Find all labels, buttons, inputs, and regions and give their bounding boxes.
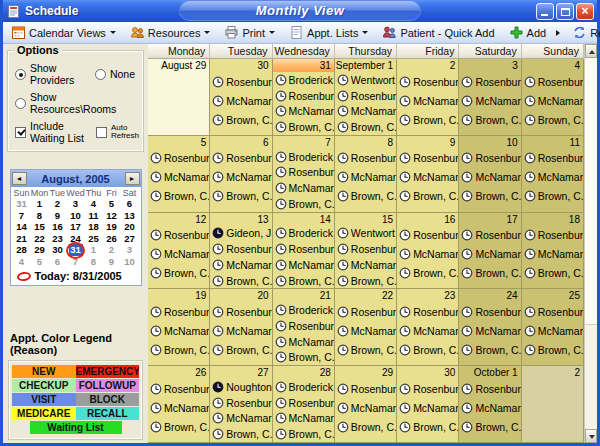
appointment[interactable]: Wentwort... [337, 72, 396, 88]
appointment[interactable]: McNamar... [150, 245, 209, 264]
appointment[interactable]: McNamar... [337, 321, 396, 340]
mini-calendar-day[interactable]: 5 [103, 198, 121, 210]
appointment[interactable]: Wentwort... [337, 226, 396, 242]
auto-refresh-checkbox[interactable] [96, 127, 107, 138]
mini-calendar-day[interactable]: 3 [121, 244, 139, 256]
day-cell[interactable]: 20 [210, 289, 272, 366]
appointment[interactable]: Brown, C... [461, 264, 520, 283]
mini-calendar-day[interactable]: 20 [121, 221, 139, 233]
appointment[interactable]: McNamar... [212, 321, 271, 340]
appointment[interactable]: Broderick,... [275, 149, 334, 165]
appointment[interactable]: McNamar... [212, 257, 271, 273]
include-waiting-list-checkbox[interactable] [15, 127, 26, 138]
appointment[interactable]: Brown, C... [150, 187, 209, 206]
appointment[interactable]: McNamar... [150, 398, 209, 417]
appointment[interactable]: Brown, C... [337, 119, 396, 135]
appointment[interactable]: McNamar... [275, 180, 334, 196]
today-line[interactable]: Today: 8/31/2005 [11, 267, 141, 285]
appointment[interactable]: McNamar... [275, 334, 334, 350]
appointment[interactable]: McNamar... [150, 321, 209, 340]
day-cell[interactable]: 13 [210, 213, 272, 290]
appointment[interactable]: Brown, C... [524, 187, 583, 206]
day-cell[interactable]: 29 [335, 366, 397, 443]
mini-calendar-day[interactable]: 16 [49, 221, 67, 233]
appointment[interactable]: Rosenbur... [524, 302, 583, 321]
appointment[interactable]: McNamar... [524, 321, 583, 340]
appointment[interactable]: Brown, C... [524, 110, 583, 129]
mini-calendar-day[interactable]: 22 [31, 233, 49, 245]
appointment[interactable]: Brown, C... [399, 417, 458, 436]
mini-calendar-day[interactable]: 30 [49, 244, 67, 256]
appointment[interactable]: Rosenbur... [524, 226, 583, 245]
mini-calendar-day[interactable]: 5 [31, 256, 49, 268]
appointment[interactable]: Broderick,... [275, 72, 334, 88]
appointment[interactable]: Rosenbur... [524, 149, 583, 168]
appointment[interactable]: McNamar... [275, 257, 334, 273]
mini-calendar-day[interactable]: 2 [103, 244, 121, 256]
appointment[interactable]: Brown, C... [461, 340, 520, 359]
appointment[interactable]: Brown, C... [337, 187, 396, 206]
day-cell[interactable]: 26 [148, 366, 210, 443]
appointment[interactable]: McNamar... [275, 103, 334, 119]
day-cell[interactable]: 14 [273, 213, 335, 290]
appointment[interactable]: Brown, C... [150, 417, 209, 436]
appointment[interactable]: McNamar... [399, 168, 458, 187]
day-cell[interactable]: 5 [148, 136, 210, 213]
appointment[interactable]: Rosenbur... [399, 72, 458, 91]
appointment[interactable]: Brown, C... [461, 110, 520, 129]
appointment[interactable]: Rosenbur... [150, 302, 209, 321]
day-cell[interactable]: 10 [459, 136, 521, 213]
mini-calendar-day[interactable]: 28 [13, 244, 31, 256]
appointment[interactable]: McNamar... [337, 103, 396, 119]
scrollbar-track[interactable] [585, 58, 597, 429]
mini-calendar-day[interactable]: 6 [121, 198, 139, 210]
appointment[interactable]: Rosenbur... [461, 72, 520, 91]
day-cell[interactable]: October 1 [459, 366, 521, 443]
day-cell[interactable]: 9 [397, 136, 459, 213]
appointment[interactable]: McNamar... [461, 91, 520, 110]
mini-calendar-day[interactable]: 8 [85, 256, 103, 268]
appointment[interactable]: Brown, C... [399, 110, 458, 129]
mini-calendar-day[interactable]: 3 [67, 198, 85, 210]
minimize-button[interactable] [536, 3, 554, 20]
appointment[interactable]: Brown, C... [212, 273, 271, 289]
appointment[interactable]: Brown, C... [461, 417, 520, 436]
scrollbar-thumb[interactable] [585, 58, 597, 325]
appointment[interactable]: Rosenbur... [212, 395, 271, 411]
appointment[interactable]: Gideon, J... [212, 226, 271, 242]
appointment[interactable]: Rosenbur... [150, 379, 209, 398]
appointment[interactable]: McNamar... [212, 411, 271, 427]
appointment[interactable]: Rosenbur... [399, 149, 458, 168]
appointment[interactable]: McNamar... [461, 168, 520, 187]
day-cell[interactable]: 21 [273, 289, 335, 366]
mini-calendar-day[interactable]: 17 [67, 221, 85, 233]
appointment[interactable]: McNamar... [461, 245, 520, 264]
day-cell[interactable]: 17 [459, 213, 521, 290]
appointment[interactable]: McNamar... [275, 411, 334, 427]
mini-calendar-day[interactable]: 19 [103, 221, 121, 233]
appointment[interactable]: Brown, C... [337, 340, 396, 359]
appointment[interactable]: McNamar... [337, 168, 396, 187]
day-cell[interactable]: 25 [522, 289, 584, 366]
maximize-button[interactable] [556, 3, 574, 20]
day-cell[interactable]: 8 [335, 136, 397, 213]
mini-calendar-day[interactable]: 8 [31, 210, 49, 222]
appointment[interactable]: Brown, C... [524, 340, 583, 359]
day-cell[interactable]: 7 [273, 136, 335, 213]
mini-calendar-day[interactable]: 23 [49, 233, 67, 245]
mini-calendar-day[interactable]: 1 [85, 244, 103, 256]
mini-calendar-day[interactable]: 11 [85, 210, 103, 222]
day-cell[interactable]: 23 [397, 289, 459, 366]
appointment[interactable]: Brown, C... [399, 187, 458, 206]
appointment[interactable]: Brown, C... [275, 273, 334, 289]
appointment[interactable]: Rosenbur... [212, 302, 271, 321]
patient-quick-add-button[interactable]: Patient - Quick Add [376, 23, 500, 43]
day-cell[interactable]: 15 [335, 213, 397, 290]
add-button[interactable]: Add [503, 23, 553, 43]
appointment[interactable]: Brown, C... [524, 264, 583, 283]
day-cell[interactable]: August 29 [148, 59, 210, 136]
appointment[interactable]: Rosenbur... [212, 149, 271, 168]
appt-lists-button[interactable]: Appt. Lists [283, 23, 374, 43]
appointment[interactable]: McNamar... [337, 398, 396, 417]
appointment[interactable]: Rosenbur... [275, 241, 334, 257]
